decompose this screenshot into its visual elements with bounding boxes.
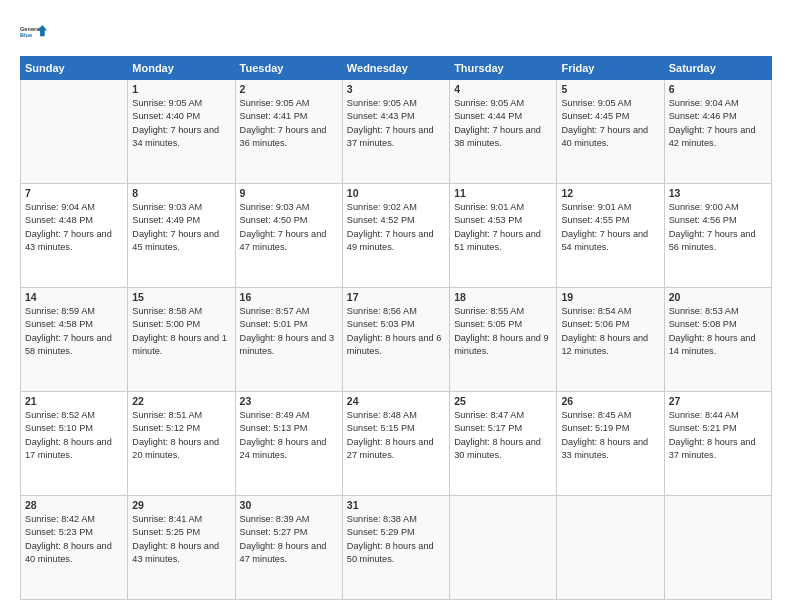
day-cell: 5Sunrise: 9:05 AM Sunset: 4:45 PM Daylig… <box>557 80 664 184</box>
day-number: 31 <box>347 499 445 511</box>
day-content: Sunrise: 8:41 AM Sunset: 5:25 PM Dayligh… <box>132 513 230 566</box>
svg-text:General: General <box>20 26 41 32</box>
day-number: 16 <box>240 291 338 303</box>
day-cell: 31Sunrise: 8:38 AM Sunset: 5:29 PM Dayli… <box>342 496 449 600</box>
day-number: 18 <box>454 291 552 303</box>
day-number: 25 <box>454 395 552 407</box>
day-number: 29 <box>132 499 230 511</box>
day-cell: 10Sunrise: 9:02 AM Sunset: 4:52 PM Dayli… <box>342 184 449 288</box>
day-content: Sunrise: 9:01 AM Sunset: 4:53 PM Dayligh… <box>454 201 552 254</box>
day-number: 24 <box>347 395 445 407</box>
day-cell: 30Sunrise: 8:39 AM Sunset: 5:27 PM Dayli… <box>235 496 342 600</box>
day-content: Sunrise: 9:04 AM Sunset: 4:48 PM Dayligh… <box>25 201 123 254</box>
week-row-1: 1Sunrise: 9:05 AM Sunset: 4:40 PM Daylig… <box>21 80 772 184</box>
day-number: 9 <box>240 187 338 199</box>
header-cell-saturday: Saturday <box>664 57 771 80</box>
day-number: 14 <box>25 291 123 303</box>
day-cell <box>664 496 771 600</box>
day-number: 30 <box>240 499 338 511</box>
day-number: 10 <box>347 187 445 199</box>
day-cell: 2Sunrise: 9:05 AM Sunset: 4:41 PM Daylig… <box>235 80 342 184</box>
day-content: Sunrise: 8:39 AM Sunset: 5:27 PM Dayligh… <box>240 513 338 566</box>
day-number: 6 <box>669 83 767 95</box>
day-cell: 16Sunrise: 8:57 AM Sunset: 5:01 PM Dayli… <box>235 288 342 392</box>
day-number: 2 <box>240 83 338 95</box>
day-cell: 1Sunrise: 9:05 AM Sunset: 4:40 PM Daylig… <box>128 80 235 184</box>
day-number: 13 <box>669 187 767 199</box>
day-cell: 8Sunrise: 9:03 AM Sunset: 4:49 PM Daylig… <box>128 184 235 288</box>
header-cell-thursday: Thursday <box>450 57 557 80</box>
day-content: Sunrise: 9:05 AM Sunset: 4:43 PM Dayligh… <box>347 97 445 150</box>
day-content: Sunrise: 9:05 AM Sunset: 4:44 PM Dayligh… <box>454 97 552 150</box>
svg-text:Blue: Blue <box>20 32 32 38</box>
day-content: Sunrise: 9:01 AM Sunset: 4:55 PM Dayligh… <box>561 201 659 254</box>
day-cell: 17Sunrise: 8:56 AM Sunset: 5:03 PM Dayli… <box>342 288 449 392</box>
day-cell: 12Sunrise: 9:01 AM Sunset: 4:55 PM Dayli… <box>557 184 664 288</box>
week-row-3: 14Sunrise: 8:59 AM Sunset: 4:58 PM Dayli… <box>21 288 772 392</box>
day-content: Sunrise: 9:05 AM Sunset: 4:40 PM Dayligh… <box>132 97 230 150</box>
week-row-4: 21Sunrise: 8:52 AM Sunset: 5:10 PM Dayli… <box>21 392 772 496</box>
day-content: Sunrise: 8:54 AM Sunset: 5:06 PM Dayligh… <box>561 305 659 358</box>
day-number: 26 <box>561 395 659 407</box>
day-cell: 4Sunrise: 9:05 AM Sunset: 4:44 PM Daylig… <box>450 80 557 184</box>
day-cell: 28Sunrise: 8:42 AM Sunset: 5:23 PM Dayli… <box>21 496 128 600</box>
day-content: Sunrise: 8:59 AM Sunset: 4:58 PM Dayligh… <box>25 305 123 358</box>
day-cell: 6Sunrise: 9:04 AM Sunset: 4:46 PM Daylig… <box>664 80 771 184</box>
day-content: Sunrise: 8:47 AM Sunset: 5:17 PM Dayligh… <box>454 409 552 462</box>
day-cell: 14Sunrise: 8:59 AM Sunset: 4:58 PM Dayli… <box>21 288 128 392</box>
calendar-table: SundayMondayTuesdayWednesdayThursdayFrid… <box>20 56 772 600</box>
day-cell: 25Sunrise: 8:47 AM Sunset: 5:17 PM Dayli… <box>450 392 557 496</box>
logo: GeneralBlue <box>20 18 48 46</box>
day-cell: 18Sunrise: 8:55 AM Sunset: 5:05 PM Dayli… <box>450 288 557 392</box>
day-number: 7 <box>25 187 123 199</box>
day-cell <box>450 496 557 600</box>
day-content: Sunrise: 8:38 AM Sunset: 5:29 PM Dayligh… <box>347 513 445 566</box>
day-cell: 20Sunrise: 8:53 AM Sunset: 5:08 PM Dayli… <box>664 288 771 392</box>
day-cell: 11Sunrise: 9:01 AM Sunset: 4:53 PM Dayli… <box>450 184 557 288</box>
day-cell: 29Sunrise: 8:41 AM Sunset: 5:25 PM Dayli… <box>128 496 235 600</box>
day-content: Sunrise: 9:05 AM Sunset: 4:41 PM Dayligh… <box>240 97 338 150</box>
day-number: 12 <box>561 187 659 199</box>
header-cell-monday: Monday <box>128 57 235 80</box>
header-cell-tuesday: Tuesday <box>235 57 342 80</box>
calendar-page: GeneralBlue SundayMondayTuesdayWednesday… <box>0 0 792 612</box>
week-row-5: 28Sunrise: 8:42 AM Sunset: 5:23 PM Dayli… <box>21 496 772 600</box>
header-cell-friday: Friday <box>557 57 664 80</box>
day-content: Sunrise: 9:03 AM Sunset: 4:50 PM Dayligh… <box>240 201 338 254</box>
day-content: Sunrise: 8:42 AM Sunset: 5:23 PM Dayligh… <box>25 513 123 566</box>
day-number: 21 <box>25 395 123 407</box>
day-number: 4 <box>454 83 552 95</box>
day-number: 20 <box>669 291 767 303</box>
day-content: Sunrise: 8:55 AM Sunset: 5:05 PM Dayligh… <box>454 305 552 358</box>
day-cell: 23Sunrise: 8:49 AM Sunset: 5:13 PM Dayli… <box>235 392 342 496</box>
calendar-body: 1Sunrise: 9:05 AM Sunset: 4:40 PM Daylig… <box>21 80 772 600</box>
day-number: 23 <box>240 395 338 407</box>
day-content: Sunrise: 8:48 AM Sunset: 5:15 PM Dayligh… <box>347 409 445 462</box>
day-cell: 9Sunrise: 9:03 AM Sunset: 4:50 PM Daylig… <box>235 184 342 288</box>
day-content: Sunrise: 9:02 AM Sunset: 4:52 PM Dayligh… <box>347 201 445 254</box>
day-cell: 19Sunrise: 8:54 AM Sunset: 5:06 PM Dayli… <box>557 288 664 392</box>
logo-icon: GeneralBlue <box>20 18 48 46</box>
day-content: Sunrise: 8:45 AM Sunset: 5:19 PM Dayligh… <box>561 409 659 462</box>
day-cell: 26Sunrise: 8:45 AM Sunset: 5:19 PM Dayli… <box>557 392 664 496</box>
week-row-2: 7Sunrise: 9:04 AM Sunset: 4:48 PM Daylig… <box>21 184 772 288</box>
day-number: 22 <box>132 395 230 407</box>
day-cell <box>557 496 664 600</box>
day-content: Sunrise: 8:44 AM Sunset: 5:21 PM Dayligh… <box>669 409 767 462</box>
day-number: 17 <box>347 291 445 303</box>
header: GeneralBlue <box>20 18 772 46</box>
day-cell: 15Sunrise: 8:58 AM Sunset: 5:00 PM Dayli… <box>128 288 235 392</box>
day-content: Sunrise: 8:49 AM Sunset: 5:13 PM Dayligh… <box>240 409 338 462</box>
header-cell-wednesday: Wednesday <box>342 57 449 80</box>
day-number: 1 <box>132 83 230 95</box>
day-cell: 22Sunrise: 8:51 AM Sunset: 5:12 PM Dayli… <box>128 392 235 496</box>
day-number: 8 <box>132 187 230 199</box>
day-content: Sunrise: 8:51 AM Sunset: 5:12 PM Dayligh… <box>132 409 230 462</box>
header-cell-sunday: Sunday <box>21 57 128 80</box>
day-cell: 24Sunrise: 8:48 AM Sunset: 5:15 PM Dayli… <box>342 392 449 496</box>
day-cell <box>21 80 128 184</box>
day-number: 27 <box>669 395 767 407</box>
day-content: Sunrise: 8:57 AM Sunset: 5:01 PM Dayligh… <box>240 305 338 358</box>
day-cell: 21Sunrise: 8:52 AM Sunset: 5:10 PM Dayli… <box>21 392 128 496</box>
day-content: Sunrise: 9:00 AM Sunset: 4:56 PM Dayligh… <box>669 201 767 254</box>
